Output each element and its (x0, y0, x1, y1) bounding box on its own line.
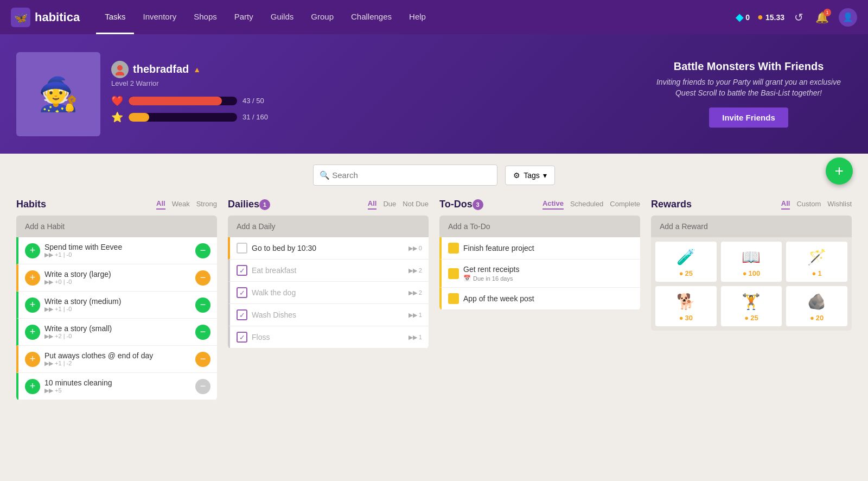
refresh-button[interactable]: ↺ (792, 9, 806, 26)
habits-header: Habits All Weak Strong (16, 199, 217, 210)
list-item: + Spend time with Eevee ▶▶ +1 | -0 − (16, 237, 217, 264)
tab-habits-strong[interactable]: Strong (196, 200, 217, 209)
rewards-list: Add a Reward 🧪 ● 25 📖 ● 100 (651, 216, 852, 331)
tab-rewards-wishlist[interactable]: Wishlist (827, 200, 852, 209)
nav-inventory[interactable]: Inventory (134, 0, 185, 34)
habit-text-wrap: 10 minutes cleaning ▶▶ +5 (44, 378, 191, 394)
habit-plus-button[interactable]: + (25, 352, 40, 367)
list-item[interactable]: 🪨 ● 20 (786, 286, 847, 326)
daily-score: ▶▶ 2 (409, 267, 422, 274)
habit-minus-button[interactable]: − (195, 325, 210, 340)
todos-title: To-Dos (439, 199, 473, 210)
list-item[interactable]: 📖 ● 100 (721, 242, 782, 282)
xp-track (129, 113, 237, 122)
reward-cost-2: ● 1 (812, 269, 822, 277)
xp-text: 31 / 160 (242, 113, 268, 121)
habit-plus-button[interactable]: + (25, 270, 40, 286)
list-item: ✓ Walk the dog ▶▶ 2 (228, 282, 429, 304)
daily-text-wrap: Walk the dog (252, 288, 404, 297)
brand[interactable]: 🦋 habitica (11, 8, 80, 27)
svg-point-2 (117, 65, 123, 71)
daily-score: ▶▶ 1 (409, 334, 422, 341)
hp-bar-row: ❤️ 43 / 50 (111, 95, 635, 107)
tab-todos-complete[interactable]: Complete (610, 200, 640, 209)
tab-rewards-all[interactable]: All (781, 199, 790, 210)
habit-plus-button[interactable]: + (25, 298, 40, 313)
habit-minus-button[interactable]: − (195, 270, 210, 286)
nav-tasks[interactable]: Tasks (96, 0, 134, 34)
tags-chevron-icon: ▾ (543, 171, 547, 180)
tags-button[interactable]: ⚙ Tags ▾ (505, 166, 555, 185)
nav-shops[interactable]: Shops (185, 0, 226, 34)
rewards-tabs: All Custom Wishlist (781, 199, 852, 210)
todo-label: Finish feature project (463, 244, 634, 252)
habit-text-wrap: Write a story (large) ▶▶ +0 | -0 (44, 270, 191, 286)
nav-help[interactable]: Help (400, 0, 435, 34)
gem-value: 0 (745, 13, 750, 22)
tags-icon: ⚙ (513, 171, 520, 180)
todo-color-box (448, 243, 459, 254)
habit-minus-button[interactable]: − (195, 243, 210, 258)
habit-plus-button[interactable]: + (25, 243, 40, 258)
habit-minus-button[interactable]: − (195, 298, 210, 313)
daily-score: ▶▶ 2 (409, 289, 422, 296)
tab-rewards-custom[interactable]: Custom (796, 200, 821, 209)
notifications-button[interactable]: 🔔 1 (813, 9, 831, 26)
notification-badge: 1 (824, 9, 831, 16)
checkmark-icon: ✓ (239, 311, 245, 319)
reward-icon-4: 🏋️ (742, 293, 761, 311)
nav-guilds[interactable]: Guilds (262, 0, 303, 34)
daily-check-0[interactable] (237, 243, 247, 254)
tab-todos-scheduled[interactable]: Scheduled (570, 200, 603, 209)
habit-plus-button[interactable]: + (25, 379, 40, 394)
checkmark-icon: ✓ (239, 333, 245, 341)
tab-habits-weak[interactable]: Weak (172, 200, 190, 209)
habit-minus-button[interactable]: − (195, 379, 210, 394)
add-task-fab[interactable]: + (826, 157, 853, 185)
daily-check-1[interactable]: ✓ (237, 265, 247, 276)
todos-header: To-Dos 3 Active Scheduled Complete (439, 199, 640, 210)
list-item[interactable]: 🏋️ ● 25 (721, 286, 782, 326)
list-item[interactable]: 🐕 ● 30 (655, 286, 717, 326)
tab-habits-all[interactable]: All (156, 199, 165, 210)
tab-dailies-notdue[interactable]: Not Due (403, 200, 429, 209)
daily-check-2[interactable]: ✓ (237, 287, 247, 298)
add-daily-bar[interactable]: Add a Daily (228, 216, 429, 237)
invite-friends-button[interactable]: Invite Friends (709, 107, 788, 128)
dailies-tabs: All Due Not Due (368, 199, 429, 210)
habit-score: ▶▶ +2 | -0 (44, 333, 191, 340)
avatar-icon: 👤 (843, 12, 853, 22)
tab-dailies-all[interactable]: All (368, 199, 377, 210)
xp-bar-row: ⭐ 31 / 160 (111, 111, 635, 123)
list-item[interactable]: 🧪 ● 25 (655, 242, 717, 282)
tab-dailies-due[interactable]: Due (383, 200, 396, 209)
add-todo-bar[interactable]: Add a To-Do (439, 216, 640, 237)
list-item: + Write a story (small) ▶▶ +2 | -0 − (16, 319, 217, 346)
coin-icon: ● (743, 269, 747, 277)
dailies-title: Dailies (228, 199, 259, 210)
nav-group[interactable]: Group (302, 0, 342, 34)
rewards-grid: 🧪 ● 25 📖 ● 100 🪄 (651, 237, 852, 331)
nav-party[interactable]: Party (226, 0, 262, 34)
list-item[interactable]: 🪄 ● 1 (786, 242, 847, 282)
nav-challenges[interactable]: Challenges (342, 0, 400, 34)
habit-plus-button[interactable]: + (25, 325, 40, 340)
search-icon: 🔍 (320, 170, 330, 180)
search-input[interactable] (313, 164, 497, 186)
todo-text-wrap: Finish feature project (463, 244, 634, 252)
todos-list: Add a To-Do Finish feature project Get r… (439, 216, 640, 310)
daily-text-wrap: Go to bed by 10:30 (252, 244, 404, 252)
rewards-column: Rewards All Custom Wishlist Add a Reward… (651, 199, 852, 400)
reward-cost-3: ● 30 (679, 314, 693, 322)
add-reward-bar[interactable]: Add a Reward (651, 216, 852, 237)
add-habit-bar[interactable]: Add a Habit (16, 216, 217, 237)
hero-banner: 🧙 thebradfad ▲ Level 2 Warrior ❤️ 43 / 5… (0, 34, 868, 154)
daily-check-3[interactable]: ✓ (237, 309, 247, 320)
todo-text-wrap: Get rent receipts 📅 Due in 16 days (463, 265, 634, 282)
list-item: + Write a story (medium) ▶▶ +1 | -0 − (16, 292, 217, 319)
avatar[interactable]: 👤 (839, 8, 857, 27)
columns-row: Habits All Weak Strong Add a Habit + Spe… (16, 199, 852, 400)
tab-todos-active[interactable]: Active (542, 199, 564, 210)
habit-minus-button[interactable]: − (195, 352, 210, 367)
daily-check-4[interactable]: ✓ (237, 332, 247, 343)
